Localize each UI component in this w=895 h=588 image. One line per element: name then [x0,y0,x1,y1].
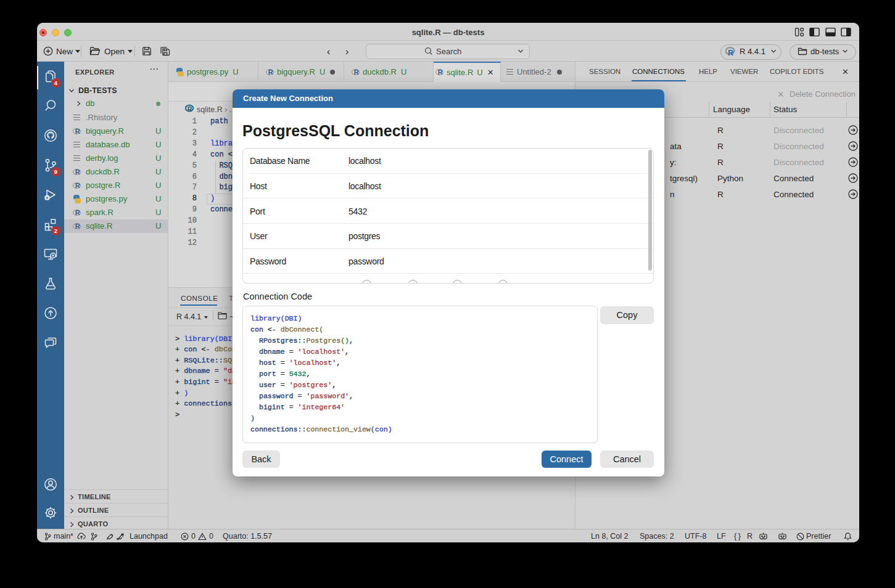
svg-text:R: R [728,49,733,57]
svg-text:R: R [188,105,192,113]
